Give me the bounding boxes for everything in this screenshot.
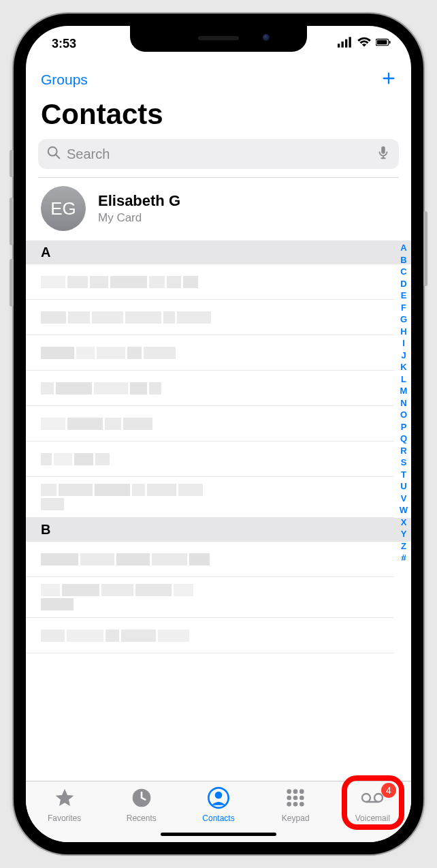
- svg-point-21: [300, 802, 304, 807]
- index-letter[interactable]: P: [398, 421, 409, 433]
- svg-rect-1: [342, 42, 344, 48]
- svg-point-15: [300, 789, 304, 794]
- nav-bar: Groups: [26, 61, 411, 95]
- svg-point-18: [300, 796, 304, 801]
- index-letter[interactable]: C: [398, 266, 409, 278]
- groups-button[interactable]: Groups: [41, 72, 88, 88]
- svg-point-22: [362, 794, 370, 802]
- index-letter[interactable]: S: [398, 456, 409, 469]
- index-letter[interactable]: V: [398, 493, 409, 505]
- silent-switch: [10, 150, 14, 177]
- index-letter[interactable]: U: [398, 480, 409, 493]
- index-letter[interactable]: D: [398, 278, 409, 290]
- tab-label: Voicemail: [355, 813, 390, 823]
- star-icon: [54, 787, 76, 811]
- index-letter[interactable]: E: [398, 290, 409, 302]
- tab-label: Favorites: [48, 813, 81, 823]
- tab-label: Recents: [127, 813, 157, 823]
- section-header: B: [26, 518, 411, 542]
- index-bar[interactable]: ABCDEFGHIJKLMNOPQRSTUVWXYZ#: [398, 241, 409, 564]
- search-icon: [46, 145, 61, 163]
- svg-point-17: [293, 796, 298, 801]
- contact-row[interactable]: [26, 477, 394, 518]
- my-card-name: Elisabeth G: [98, 192, 180, 210]
- section-header: A: [26, 241, 411, 264]
- index-letter[interactable]: N: [398, 397, 409, 409]
- status-time: 3:53: [52, 37, 76, 51]
- index-letter[interactable]: R: [398, 445, 409, 457]
- tab-favorites[interactable]: Favorites: [26, 781, 103, 842]
- index-letter[interactable]: B: [398, 254, 409, 266]
- index-letter[interactable]: I: [398, 337, 409, 350]
- contact-row[interactable]: [26, 335, 394, 371]
- voicemail-badge: 4: [381, 783, 396, 798]
- index-letter[interactable]: A: [398, 242, 409, 254]
- svg-point-20: [293, 802, 298, 807]
- cellular-icon: [338, 35, 353, 52]
- contact-row[interactable]: [26, 441, 394, 477]
- svg-line-8: [56, 155, 60, 159]
- svg-point-12: [215, 792, 223, 799]
- add-contact-button[interactable]: [381, 71, 396, 89]
- svg-rect-0: [338, 44, 340, 48]
- index-letter[interactable]: G: [398, 313, 409, 326]
- svg-rect-6: [389, 41, 391, 44]
- svg-point-14: [293, 789, 298, 794]
- keypad-icon: [285, 787, 306, 811]
- index-letter[interactable]: #: [398, 552, 409, 564]
- contact-icon: [208, 787, 229, 811]
- svg-point-16: [287, 796, 292, 801]
- index-letter[interactable]: T: [398, 469, 409, 481]
- svg-rect-9: [381, 146, 385, 154]
- volume-up: [10, 198, 14, 245]
- index-letter[interactable]: W: [398, 504, 409, 516]
- svg-point-23: [374, 794, 383, 802]
- svg-point-19: [287, 802, 292, 807]
- contact-row[interactable]: [26, 542, 394, 577]
- index-letter[interactable]: J: [398, 350, 409, 362]
- wifi-icon: [357, 35, 372, 52]
- index-letter[interactable]: M: [398, 385, 409, 397]
- tab-label: Keypad: [282, 813, 310, 823]
- index-letter[interactable]: L: [398, 373, 409, 386]
- index-letter[interactable]: K: [398, 361, 409, 373]
- contact-row[interactable]: [26, 264, 394, 300]
- my-card-sub: My Card: [98, 211, 180, 225]
- svg-point-13: [287, 789, 292, 794]
- svg-rect-2: [345, 40, 347, 48]
- index-letter[interactable]: Z: [398, 540, 409, 553]
- search-input[interactable]: Search: [38, 139, 399, 169]
- tab-voicemail[interactable]: Voicemail 4: [334, 781, 411, 842]
- page-title: Contacts: [26, 95, 411, 139]
- search-placeholder: Search: [67, 146, 370, 162]
- avatar: EG: [41, 186, 86, 231]
- clock-icon: [131, 787, 152, 811]
- index-letter[interactable]: Y: [398, 528, 409, 540]
- dictation-icon[interactable]: [376, 145, 391, 163]
- contact-row[interactable]: [26, 300, 394, 335]
- contact-row[interactable]: [26, 618, 394, 653]
- contacts-list[interactable]: ABABCDEFGHIJKLMNOPQRSTUVWXYZ#: [26, 241, 411, 781]
- notch: [130, 26, 307, 52]
- index-letter[interactable]: O: [398, 409, 409, 421]
- tab-label: Contacts: [202, 813, 234, 823]
- svg-rect-5: [377, 40, 387, 44]
- index-letter[interactable]: Q: [398, 433, 409, 445]
- contact-row[interactable]: [26, 406, 394, 441]
- battery-icon: [376, 35, 391, 52]
- device-frame: 3:53 Groups Contacts: [14, 14, 423, 854]
- home-indicator[interactable]: [161, 833, 276, 836]
- contact-row[interactable]: [26, 577, 394, 618]
- voicemail-icon: [361, 787, 383, 811]
- volume-down: [10, 259, 14, 307]
- index-letter[interactable]: F: [398, 302, 409, 314]
- index-letter[interactable]: H: [398, 326, 409, 338]
- my-card-row[interactable]: EG Elisabeth G My Card: [26, 178, 411, 241]
- index-letter[interactable]: X: [398, 516, 409, 529]
- contact-row[interactable]: [26, 371, 394, 406]
- svg-rect-3: [349, 37, 351, 47]
- power-button: [423, 211, 427, 286]
